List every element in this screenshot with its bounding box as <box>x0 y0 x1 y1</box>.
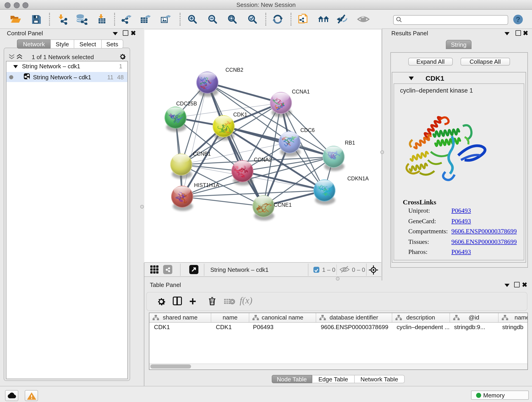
svg-text:CCNE1: CCNE1 <box>274 202 292 208</box>
svg-text:CDK1: CDK1 <box>233 112 247 118</box>
svg-text:CDKN1A: CDKN1A <box>347 176 369 182</box>
svg-text:CCNB2: CCNB2 <box>225 67 243 73</box>
svg-text:CCNB1: CCNB1 <box>193 151 211 157</box>
svg-text:CDC25B: CDC25B <box>176 101 197 107</box>
svg-text:CCNA2: CCNA2 <box>254 157 272 163</box>
svg-text:CCNA1: CCNA1 <box>292 89 310 95</box>
svg-text:CDC6: CDC6 <box>300 127 315 133</box>
svg-text:HIST1H1A: HIST1H1A <box>194 182 220 188</box>
svg-text:RB1: RB1 <box>345 140 355 146</box>
